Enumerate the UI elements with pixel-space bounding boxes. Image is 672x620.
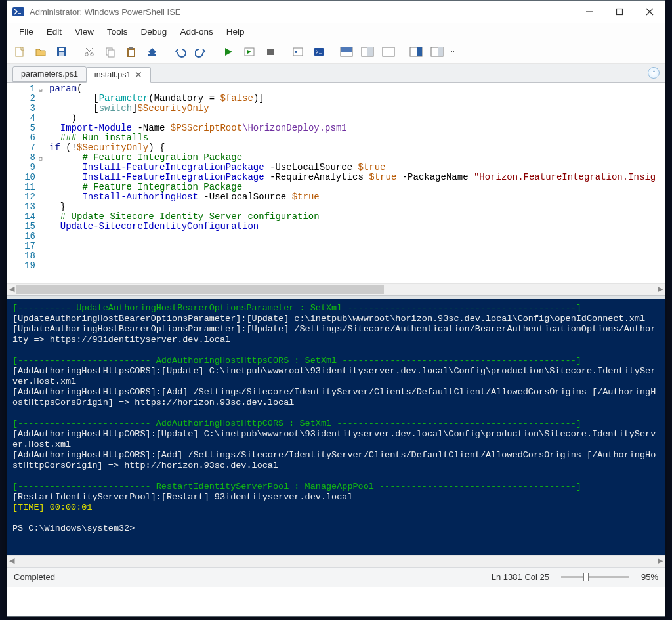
- code-line[interactable]: ): [49, 114, 656, 123]
- code-line[interactable]: # Feature Integration Package: [49, 153, 656, 163]
- menu-add-ons[interactable]: Add-ons: [173, 24, 219, 39]
- line-number: 11: [7, 182, 45, 192]
- line-number: 9: [7, 163, 45, 173]
- line-number: 19: [7, 261, 45, 271]
- open-button[interactable]: [31, 42, 51, 62]
- console-line: [AddAuthoringHostHttpsCORS]:[Add] /Setti…: [12, 387, 660, 408]
- open-icon: [35, 46, 47, 58]
- code-line[interactable]: Install-AuthoringHost -UseLocalSource $t…: [49, 192, 656, 202]
- svg-rect-18: [129, 47, 133, 49]
- run-button[interactable]: [219, 42, 238, 62]
- svg-rect-32: [417, 47, 422, 56]
- tab-install-ps1[interactable]: install.ps1✕: [86, 67, 152, 83]
- editor-horizontal-scrollbar[interactable]: ◀ ▶: [7, 283, 665, 295]
- layout-full-button[interactable]: [379, 42, 398, 62]
- cursor-position: Ln 1381 Col 25: [492, 572, 549, 582]
- scroll-left-icon[interactable]: ◀: [7, 285, 16, 294]
- tab-parameters-ps1[interactable]: parameters.ps1: [12, 66, 87, 82]
- layout-script-top-icon: [340, 46, 353, 58]
- menu-edit[interactable]: Edit: [40, 24, 68, 39]
- close-tab-icon[interactable]: ✕: [135, 70, 142, 79]
- menu-debug[interactable]: Debug: [135, 24, 174, 39]
- menu-file[interactable]: File: [12, 24, 40, 39]
- code-line[interactable]: Import-Module -Name $PSScriptRoot\Horizo…: [49, 123, 656, 133]
- powershell-button[interactable]: [309, 42, 329, 62]
- line-number: 18: [7, 251, 45, 261]
- menu-view[interactable]: View: [68, 24, 100, 39]
- code-line[interactable]: [switch]$SecurityOnly: [49, 104, 656, 114]
- copy-icon: [104, 46, 116, 58]
- fold-toggle-icon[interactable]: ⊟: [37, 155, 44, 161]
- paste-button[interactable]: [121, 42, 141, 62]
- console-line: [12, 408, 660, 419]
- stop-icon: [264, 46, 276, 58]
- copy-button[interactable]: [100, 42, 120, 62]
- svg-point-23: [295, 51, 297, 53]
- cut-button[interactable]: [79, 42, 99, 62]
- svg-rect-17: [129, 50, 134, 56]
- toolbar: [7, 40, 665, 64]
- svg-rect-0: [12, 7, 24, 16]
- minimize-button[interactable]: [574, 2, 604, 22]
- command-pane-button[interactable]: [427, 42, 447, 62]
- code-line[interactable]: [Parameter(Mandatory = $false)]: [49, 94, 656, 104]
- line-number: 1⊟: [7, 84, 45, 94]
- command-addon-button[interactable]: [406, 42, 426, 62]
- command-addon-icon: [410, 46, 423, 58]
- code-line[interactable]: Update-SitecoreIdentityConfiguration: [49, 222, 656, 232]
- code-line[interactable]: }: [49, 202, 656, 212]
- console-section-header: [------------------------- AddAuthoringH…: [12, 419, 660, 429]
- console-line: [AddAuthoringHostHttpCORS]:[Add] /Settin…: [12, 450, 660, 471]
- code-line[interactable]: ### Run installs: [49, 133, 656, 143]
- stop-button[interactable]: [261, 42, 280, 62]
- clear-button[interactable]: [142, 42, 162, 62]
- line-number: 8⊟: [7, 153, 45, 163]
- menu-tools[interactable]: Tools: [100, 24, 135, 39]
- zoom-value: 95%: [641, 572, 658, 582]
- svg-rect-27: [341, 47, 352, 52]
- console-section-header: [------------------------- AddAuthoringH…: [12, 356, 660, 366]
- save-icon: [56, 46, 68, 58]
- scroll-right-icon[interactable]: ▶: [656, 556, 665, 566]
- layout-side-button[interactable]: [358, 42, 377, 62]
- line-number: 7: [7, 143, 45, 153]
- code-line[interactable]: Install-FeatureIntegrationPackage -UseLo…: [49, 163, 656, 173]
- scroll-right-icon[interactable]: ▶: [656, 285, 665, 294]
- code-line[interactable]: # Feature Integration Package: [49, 182, 656, 192]
- code-line[interactable]: # Update Sitecore Identity Server config…: [49, 212, 656, 222]
- close-button[interactable]: [635, 2, 665, 22]
- code-line[interactable]: param(: [49, 84, 656, 94]
- layout-script-top-button[interactable]: [337, 42, 356, 62]
- breakpoint-button[interactable]: [288, 42, 308, 62]
- redo-button[interactable]: [191, 42, 211, 62]
- fold-toggle-icon[interactable]: ⊟: [37, 86, 44, 93]
- console-line: [12, 513, 660, 524]
- toolbar-overflow-button[interactable]: [448, 42, 457, 62]
- new-button[interactable]: [10, 42, 30, 62]
- line-number: 3: [7, 104, 45, 114]
- svg-rect-8: [59, 48, 64, 51]
- clear-icon: [146, 46, 158, 58]
- status-text: Completed: [14, 572, 55, 582]
- code-line[interactable]: Install-FeatureIntegrationPackage -Requi…: [49, 173, 656, 182]
- code-line[interactable]: if (!$SecurityOnly) {: [49, 143, 656, 153]
- tab-label: parameters.ps1: [21, 70, 78, 79]
- app-icon: [12, 6, 24, 18]
- save-button[interactable]: [52, 42, 72, 62]
- scroll-left-icon[interactable]: ◀: [7, 556, 16, 566]
- status-bar: Completed Ln 1381 Col 25 95%: [7, 567, 665, 587]
- script-pane[interactable]: 1⊟2345678⊟910111213141516171819 param( […: [7, 83, 665, 283]
- menu-help[interactable]: Help: [220, 24, 251, 39]
- undo-button[interactable]: [170, 42, 190, 62]
- maximize-button[interactable]: [604, 2, 635, 22]
- console-pane[interactable]: [---------- UpdateAuthoringHostBearerOpt…: [7, 299, 665, 555]
- console-line: PS C:\Windows\system32>: [12, 524, 660, 534]
- redo-icon: [195, 46, 207, 58]
- code-area[interactable]: param( [Parameter(Mandatory = $false)] […: [48, 83, 657, 272]
- tab-label: install.ps1: [94, 70, 131, 79]
- console-horizontal-scrollbar[interactable]: ◀ ▶: [7, 555, 665, 567]
- collapse-script-pane-button[interactable]: ˄: [648, 67, 660, 79]
- run-selection-button[interactable]: [240, 42, 259, 62]
- scroll-thumb[interactable]: [16, 285, 384, 294]
- zoom-slider[interactable]: [561, 576, 629, 578]
